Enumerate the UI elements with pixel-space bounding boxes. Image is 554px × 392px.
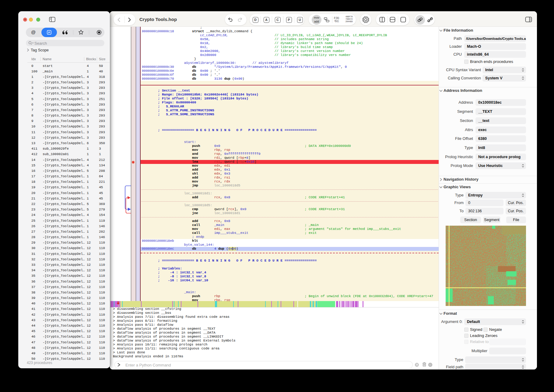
svg-text:P: P (48, 31, 50, 34)
